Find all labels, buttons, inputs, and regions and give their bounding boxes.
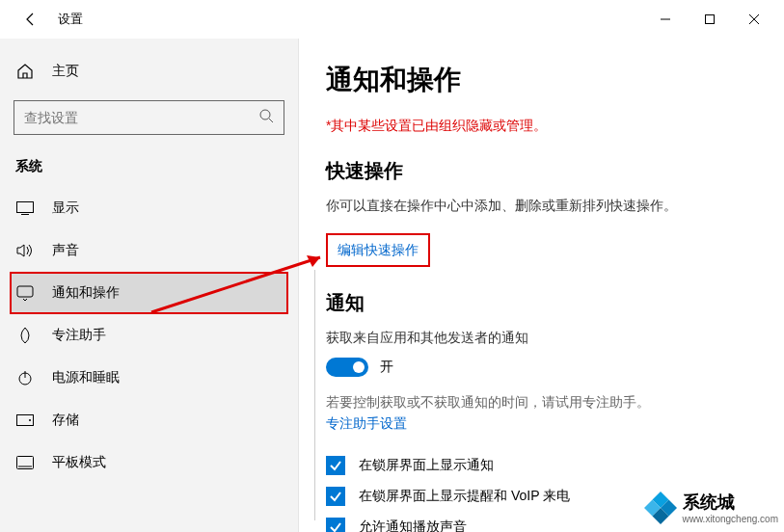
checkbox-icon xyxy=(326,518,345,532)
watermark-name: 系统城 xyxy=(683,492,735,512)
get-notifications-label: 获取来自应用和其他发送者的通知 xyxy=(326,328,757,348)
check-lockscreen-notif[interactable]: 在锁屏界面上显示通知 xyxy=(326,450,757,481)
svg-point-4 xyxy=(260,110,270,120)
svg-rect-8 xyxy=(17,286,33,297)
svg-rect-13 xyxy=(17,457,34,469)
checkbox-icon xyxy=(326,487,345,506)
display-icon xyxy=(15,199,35,218)
back-button[interactable] xyxy=(19,8,42,31)
nav-tablet[interactable]: 平板模式 xyxy=(12,441,286,484)
home-label: 主页 xyxy=(52,63,79,80)
edit-quick-actions-highlight: 编辑快速操作 xyxy=(326,233,430,267)
watermark: 系统城 www.xitongcheng.com xyxy=(644,491,779,524)
notifications-heading: 通知 xyxy=(326,290,757,316)
section-label: 系统 xyxy=(12,154,286,187)
svg-line-5 xyxy=(269,119,273,122)
home-icon xyxy=(15,62,35,81)
nav-label: 声音 xyxy=(52,242,79,259)
svg-point-12 xyxy=(29,419,31,421)
nav-label: 电源和睡眠 xyxy=(52,369,120,386)
storage-icon xyxy=(15,411,35,430)
focus-icon xyxy=(15,326,35,345)
nav-storage[interactable]: 存储 xyxy=(12,399,286,441)
focus-assist-link[interactable]: 专注助手设置 xyxy=(326,415,757,433)
search-icon xyxy=(258,108,274,127)
search-box[interactable] xyxy=(14,100,284,135)
svg-rect-1 xyxy=(706,15,715,24)
nav-label: 通知和操作 xyxy=(52,284,120,302)
nav-notifications[interactable]: 通知和操作 xyxy=(10,272,288,314)
nav-power[interactable]: 电源和睡眠 xyxy=(12,357,286,399)
maximize-button[interactable] xyxy=(688,4,732,35)
quick-actions-desc: 你可以直接在操作中心中添加、删除或重新排列快速操作。 xyxy=(326,196,757,216)
nav-label: 显示 xyxy=(52,200,79,217)
quick-actions-heading: 快速操作 xyxy=(326,158,757,184)
sound-icon xyxy=(15,241,35,260)
nav-label: 平板模式 xyxy=(52,454,106,471)
nav-focus[interactable]: 专注助手 xyxy=(12,314,286,357)
check-label: 在锁屏界面上显示通知 xyxy=(359,457,494,474)
check-label: 允许通知播放声音 xyxy=(359,519,467,532)
search-input[interactable] xyxy=(24,110,258,125)
watermark-icon xyxy=(644,492,677,524)
sidebar: 主页 系统 显示 声音 通知和操作 专注助手 电源和睡眠 xyxy=(0,39,299,532)
close-button[interactable] xyxy=(732,4,776,35)
tablet-icon xyxy=(15,453,35,472)
svg-rect-6 xyxy=(17,202,34,213)
nav-sound[interactable]: 声音 xyxy=(12,229,286,272)
nav-label: 存储 xyxy=(52,412,79,429)
minimize-button[interactable] xyxy=(643,4,688,35)
power-icon xyxy=(15,368,35,387)
policy-warning: *其中某些设置已由组织隐藏或管理。 xyxy=(326,118,757,135)
edit-quick-actions-link[interactable]: 编辑快速操作 xyxy=(338,242,419,259)
page-title: 通知和操作 xyxy=(326,62,757,98)
nav-display[interactable]: 显示 xyxy=(12,187,286,229)
main-content: 通知和操作 *其中某些设置已由组织隐藏或管理。 快速操作 你可以直接在操作中心中… xyxy=(299,39,784,532)
notification-icon xyxy=(15,283,35,303)
window-title: 设置 xyxy=(58,11,83,28)
watermark-url: www.xitongcheng.com xyxy=(683,514,779,524)
nav-label: 专注助手 xyxy=(52,327,106,344)
home-link[interactable]: 主页 xyxy=(12,54,286,96)
toggle-state: 开 xyxy=(380,359,393,376)
focus-hint: 若要控制获取或不获取通知的时间，请试用专注助手。 xyxy=(326,394,757,412)
check-label: 在锁屏界面上显示提醒和 VoIP 来电 xyxy=(359,488,570,505)
checkbox-icon xyxy=(326,456,345,475)
notifications-toggle[interactable] xyxy=(326,358,368,377)
